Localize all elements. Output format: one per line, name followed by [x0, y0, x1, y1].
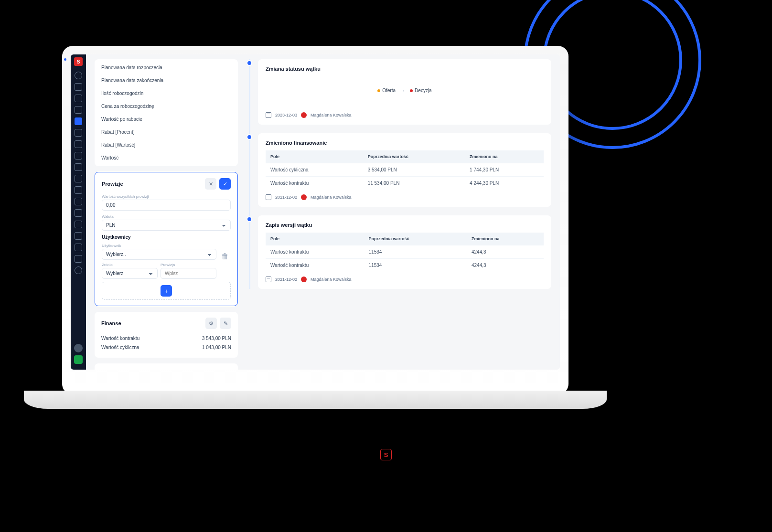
calendar-icon	[266, 112, 271, 118]
status-flow: Oferta→Decyzja	[266, 76, 544, 107]
finance-row: Wartość cykliczna1 043,00 PLN	[101, 343, 231, 352]
total-commission-input[interactable]	[102, 200, 231, 211]
timeline-card: Zmiana statusu wątkuOferta→Decyzja2023-1…	[258, 59, 551, 125]
nav-chat-icon[interactable]	[75, 95, 82, 102]
source-label: Źródło	[102, 263, 158, 267]
finance-title: Finanse	[101, 320, 121, 326]
total-commission-label: Wartość wszystkich prowizji	[102, 194, 231, 199]
right-column: Zmiana statusu wątkuOferta→Decyzja2023-1…	[247, 54, 551, 370]
users-section-title: Użytkownicy	[102, 234, 231, 240]
currency-label: Waluta	[102, 214, 231, 219]
app-logo[interactable]: S	[74, 57, 83, 66]
timeline-meta: 2021-12-02Magdalena Kowalska	[266, 277, 544, 282]
user-avatar[interactable]	[74, 344, 83, 352]
left-column: Planowana data rozpoczęciaPlanowana data…	[95, 54, 238, 370]
nav-folders-icon[interactable]	[75, 152, 82, 160]
nav-contacts-icon[interactable]	[75, 163, 82, 171]
add-user-button[interactable]: +	[161, 285, 172, 297]
change-table: PolePoprzednia wartośćZmieniono naWartoś…	[266, 150, 544, 190]
nav-card-icon[interactable]	[75, 221, 82, 228]
nav-send-icon[interactable]	[75, 198, 82, 205]
nav-globe-icon[interactable]	[75, 186, 82, 194]
timeline-item: Zmieniono finansowaniePolePoprzednia war…	[258, 133, 551, 207]
author-avatar	[301, 112, 307, 118]
confirm-button[interactable]: ✓	[219, 178, 231, 190]
stats-panel: Statystyki	[95, 363, 238, 370]
footer-logo: S	[380, 449, 392, 460]
timeline-meta: 2021-12-02Magdalena Kowalska	[266, 194, 544, 200]
finance-panel: Finanse ⚙ ✎ Wartość kontraktu3 543,00 PL…	[95, 312, 238, 358]
timeline-dot	[247, 134, 252, 140]
timeline-card: Zmieniono finansowaniePolePoprzednia war…	[258, 133, 551, 207]
field-item[interactable]: Rabat [Wartość]	[95, 138, 238, 151]
timeline-title: Zmieniono finansowanie	[266, 140, 544, 146]
calendar-icon	[266, 194, 271, 200]
timeline-dot	[247, 216, 252, 222]
nav-documents-icon[interactable]	[75, 129, 82, 137]
timeline-title: Zapis wersji wątku	[266, 222, 544, 228]
change-table: PolePoprzednia wartośćZmieniono naWartoś…	[266, 233, 544, 272]
currency-select[interactable]: PLN	[102, 220, 231, 231]
commission-input[interactable]	[161, 268, 216, 279]
commissions-panel: Prowizje ✕ ✓ Wartość wszystkich prowizji…	[95, 172, 238, 306]
timeline: Zmiana statusu wątkuOferta→Decyzja2023-1…	[247, 59, 551, 289]
main-content: Planowana data rozpoczęciaPlanowana data…	[86, 54, 560, 370]
nav-threads-icon[interactable]	[75, 117, 82, 125]
stats-title: Statystyki	[101, 369, 231, 370]
user-label: Użytkownik	[102, 244, 216, 248]
laptop-frame: S	[62, 46, 568, 394]
nav-settings-icon[interactable]	[75, 266, 82, 274]
nav-user-icon[interactable]	[75, 244, 82, 251]
calendar-icon	[266, 277, 271, 282]
commissions-title: Prowizje	[102, 181, 123, 187]
author-avatar	[301, 194, 307, 200]
timeline-item: Zapis wersji wątkuPolePoprzednia wartość…	[258, 215, 551, 289]
delete-user-button[interactable]: 🗑	[219, 244, 231, 261]
field-item[interactable]: Planowana data zakończenia	[95, 74, 238, 87]
field-item[interactable]: Planowana data rozpoczęcia	[95, 61, 238, 74]
laptop-base	[24, 391, 607, 409]
nav-dashboard-icon[interactable]	[75, 72, 82, 79]
edit-button[interactable]: ✎	[220, 318, 231, 329]
timeline-title: Zmiana statusu wątku	[266, 66, 544, 72]
app-screen: S	[71, 54, 560, 370]
nav-bell-icon[interactable]	[75, 232, 82, 240]
commission-label: Prowizja	[161, 263, 216, 267]
timeline-dot	[247, 60, 252, 66]
field-item[interactable]: Rabat [Procent]	[95, 126, 238, 138]
nav-edu-icon[interactable]	[75, 255, 82, 263]
field-item[interactable]: Ilość roboczogodzin	[95, 87, 238, 100]
author-avatar	[301, 277, 307, 282]
timeline-card: Zapis wersji wątkuPolePoprzednia wartość…	[258, 215, 551, 289]
user-select[interactable]: Wybierz..	[102, 249, 216, 260]
finance-row: Wartość kontraktu3 543,00 PLN	[101, 334, 231, 343]
nav-clock-icon[interactable]	[75, 175, 82, 182]
field-item[interactable]: Cena za roboczogodzinę	[95, 100, 238, 113]
nav-analytics-icon[interactable]	[75, 83, 82, 91]
nav-tasks-icon[interactable]	[75, 140, 82, 148]
field-item[interactable]: Wartość po rabacie	[95, 113, 238, 126]
status-indicator[interactable]	[74, 355, 83, 364]
nav-exit-icon[interactable]	[75, 209, 82, 217]
field-item[interactable]: Wartość	[95, 151, 238, 164]
field-list-panel: Planowana data rozpoczęciaPlanowana data…	[95, 59, 238, 166]
sidebar: S	[71, 54, 86, 370]
settings-button[interactable]: ⚙	[205, 318, 217, 329]
close-button[interactable]: ✕	[205, 178, 216, 190]
sidebar-bottom	[74, 344, 83, 367]
timeline-meta: 2023-12-03Magdalena Kowalska	[266, 112, 544, 118]
nav-reports-icon[interactable]	[75, 106, 82, 114]
user-row: Użytkownik Wybierz.. Źródło Wybierz Prow…	[102, 244, 231, 279]
source-select[interactable]: Wybierz	[102, 268, 158, 279]
add-user-row: +	[102, 282, 231, 300]
timeline-item: Zmiana statusu wątkuOferta→Decyzja2023-1…	[258, 59, 551, 125]
nav-icons	[75, 72, 82, 338]
